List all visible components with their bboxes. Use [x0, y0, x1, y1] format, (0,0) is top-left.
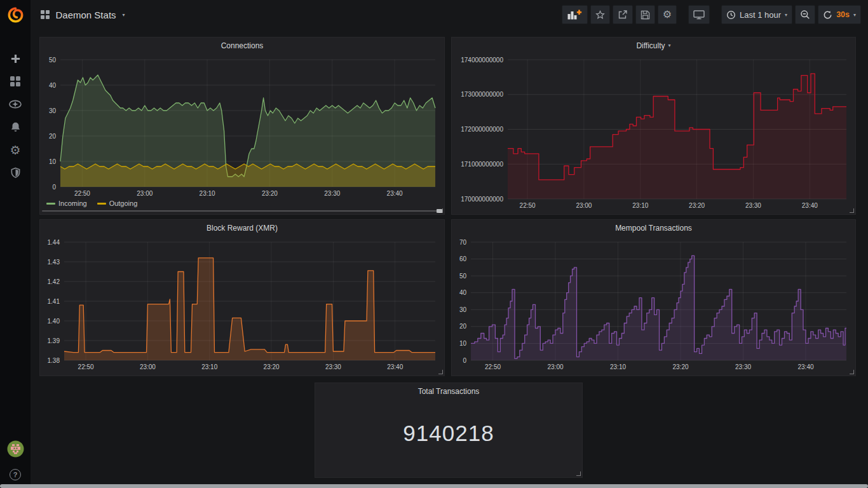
panel-resize-handle[interactable]	[850, 208, 854, 213]
legend-scrollbar[interactable]	[42, 208, 442, 214]
user-avatar[interactable]	[7, 440, 24, 460]
legend-item-incoming[interactable]: Incoming	[46, 200, 87, 207]
svg-text:23:30: 23:30	[324, 190, 340, 197]
save-icon	[641, 10, 650, 20]
svg-text:23:00: 23:00	[576, 202, 592, 209]
panel-resize-handle[interactable]	[850, 370, 854, 374]
connections-svg: 22:5023:0023:1023:2023:3023:400102030405…	[40, 53, 444, 198]
sidebar-item-create[interactable]	[0, 47, 31, 70]
svg-text:60: 60	[459, 255, 467, 262]
time-range-label: Last 1 hour	[740, 10, 781, 20]
star-icon	[595, 10, 605, 20]
svg-text:23:00: 23:00	[140, 363, 156, 370]
svg-text:50: 50	[49, 57, 57, 64]
panel-title-text: Connections	[221, 41, 264, 50]
svg-text:30: 30	[459, 306, 467, 313]
dashboard-picker[interactable]: Daemon Stats ▾	[41, 10, 125, 20]
mempool-svg: 22:5023:0023:1023:2023:3023:400102030405…	[452, 236, 855, 372]
explore-compass-icon	[9, 99, 22, 109]
svg-text:40: 40	[459, 289, 467, 296]
svg-text:23:20: 23:20	[689, 202, 705, 209]
svg-text:174000000000: 174000000000	[461, 57, 503, 64]
legend-label: Outgoing	[109, 200, 138, 207]
magnifier-minus-icon	[800, 10, 810, 20]
add-panel-icon	[567, 10, 582, 20]
connections-chart[interactable]: 22:5023:0023:1023:2023:3023:400102030405…	[40, 53, 444, 198]
chevron-down-icon: ▾	[853, 12, 856, 18]
panel-resize-handle[interactable]	[438, 370, 443, 374]
panel-title-mempool[interactable]: Mempool Transactions	[452, 220, 855, 236]
refresh-picker[interactable]: 30s ▾	[818, 5, 861, 24]
svg-text:22:50: 22:50	[485, 363, 501, 370]
panel-resize-handle[interactable]	[576, 471, 581, 476]
save-dashboard-button[interactable]	[635, 5, 655, 24]
sidebar-item-explore[interactable]	[0, 93, 31, 116]
svg-text:170000000000: 170000000000	[461, 196, 503, 203]
svg-text:23:20: 23:20	[264, 363, 280, 370]
sidebar-item-alerting[interactable]	[0, 116, 31, 139]
add-panel-button[interactable]	[562, 5, 588, 24]
svg-text:30: 30	[49, 107, 57, 114]
svg-text:0: 0	[52, 184, 56, 191]
panel-connections: Connections 22:5023:0023:1023:2023:3023:…	[39, 37, 445, 215]
svg-text:1.39: 1.39	[48, 337, 60, 344]
chevron-down-icon: ▾	[785, 12, 787, 18]
sidebar-item-dashboards[interactable]	[0, 70, 31, 93]
gear-icon: ⚙	[663, 10, 672, 20]
panel-title-text: Total Transactions	[418, 387, 480, 396]
share-dashboard-button[interactable]	[613, 5, 633, 24]
panel-title-connections[interactable]: Connections	[40, 37, 444, 53]
sidebar-item-configuration[interactable]: ⚙	[0, 139, 31, 161]
svg-text:23:10: 23:10	[200, 190, 215, 197]
connections-legend: Incoming Outgoing	[40, 198, 444, 208]
panel-title-text: Block Reward (XMR)	[207, 224, 278, 233]
grafana-logo[interactable]	[0, 0, 31, 29]
svg-text:1.38: 1.38	[48, 357, 60, 364]
time-range-picker[interactable]: Last 1 hour ▾	[721, 5, 792, 24]
svg-text:23:10: 23:10	[632, 202, 648, 209]
svg-text:1.44: 1.44	[48, 239, 60, 246]
incoming-swatch-icon	[46, 203, 55, 205]
svg-text:172000000000: 172000000000	[461, 126, 503, 133]
svg-text:23:30: 23:30	[745, 202, 761, 209]
panel-title-total-transactions[interactable]: Total Transactions	[315, 383, 582, 399]
svg-text:23:00: 23:00	[137, 190, 153, 197]
panel-block-reward: Block Reward (XMR) 22:5023:0023:1023:202…	[39, 219, 445, 376]
svg-text:22:50: 22:50	[78, 363, 94, 370]
panel-title-difficulty[interactable]: Difficulty ▾	[452, 37, 855, 53]
svg-text:23:10: 23:10	[610, 363, 626, 370]
total-transactions-value: 9140218	[315, 399, 582, 477]
panel-title-block-reward[interactable]: Block Reward (XMR)	[40, 220, 444, 236]
dashboard-title: Daemon Stats	[56, 10, 116, 20]
cycle-view-button[interactable]	[688, 5, 710, 24]
svg-text:1.42: 1.42	[48, 278, 60, 285]
dashboard-settings-button[interactable]: ⚙	[658, 5, 677, 24]
svg-text:1.41: 1.41	[48, 298, 60, 305]
legend-item-outgoing[interactable]: Outgoing	[97, 200, 138, 207]
svg-text:0: 0	[463, 357, 466, 364]
sidebar-item-server-admin[interactable]	[0, 161, 31, 184]
svg-text:171000000000: 171000000000	[461, 161, 503, 168]
difficulty-chart[interactable]: 22:5023:0023:1023:2023:3023:401700000000…	[452, 53, 855, 210]
difficulty-svg: 22:5023:0023:1023:2023:3023:401700000000…	[452, 53, 855, 210]
gear-icon: ⚙	[10, 144, 20, 156]
share-icon	[618, 10, 628, 20]
horizontal-scrollbar[interactable]	[0, 484, 868, 488]
reward-svg: 22:5023:0023:1023:2023:3023:401.381.391.…	[40, 236, 444, 372]
svg-text:23:10: 23:10	[201, 363, 217, 370]
panel-resize-handle[interactable]	[438, 208, 443, 213]
avatar-icon	[7, 440, 24, 458]
navbar: Daemon Stats ▾	[31, 0, 868, 29]
mempool-chart[interactable]: 22:5023:0023:1023:2023:3023:400102030405…	[452, 236, 855, 372]
block-reward-chart[interactable]: 22:5023:0023:1023:2023:3023:401.381.391.…	[40, 236, 444, 372]
svg-text:23:40: 23:40	[797, 363, 813, 370]
clock-icon	[726, 10, 736, 20]
refresh-icon	[823, 10, 832, 20]
help-icon[interactable]: ?	[10, 469, 21, 480]
panel-title-text: Mempool Transactions	[615, 224, 692, 233]
svg-text:1.40: 1.40	[48, 318, 60, 325]
panel-mempool: Mempool Transactions 22:5023:0023:1023:2…	[451, 219, 856, 376]
plus-icon	[10, 53, 21, 64]
zoom-out-button[interactable]	[795, 5, 815, 24]
star-dashboard-button[interactable]	[590, 5, 610, 24]
